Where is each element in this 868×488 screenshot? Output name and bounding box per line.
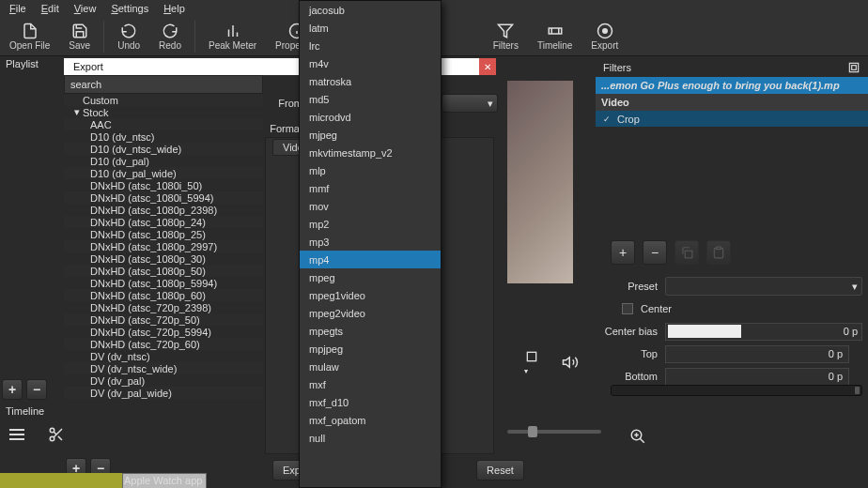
filters-panel: Filters ...emon Go Plus enough to bring … [596,58,868,127]
menu-edit[interactable]: Edit [34,1,67,16]
format-option[interactable]: mpeg [300,268,441,286]
video-preview [507,81,573,283]
preset-item[interactable]: AAC [64,118,263,130]
volume-icon[interactable] [562,354,579,371]
format-option[interactable]: mpeg2video [300,304,441,322]
preset-combo[interactable]: ▾ [665,277,862,296]
centerbias-bar[interactable] [668,325,741,338]
format-option[interactable]: mpjpeg [300,340,441,358]
filter-remove-button[interactable]: − [643,240,667,265]
preset-item[interactable]: DV (dv_ntsc) [64,350,263,362]
format-option[interactable]: mlp [300,161,441,179]
format-option[interactable]: mxf [300,375,441,393]
format-option[interactable]: mp4 [300,251,441,268]
format-dropdown[interactable]: jacosublatmlrcm4vmatroskamd5microdvdmjpe… [299,0,442,488]
redo-button[interactable]: Redo [149,17,191,56]
preset-item[interactable]: Custom [64,94,263,106]
format-option[interactable]: mulaw [300,358,441,375]
format-option[interactable]: mxf_opatom [300,411,441,429]
preset-item[interactable]: DNxHD (atsc_720p_2398) [64,301,263,313]
format-option[interactable]: mmf [300,179,441,197]
zoom-in-icon[interactable] [629,428,646,445]
preset-item[interactable]: DNxHD (atsc_1080p_60) [64,289,263,301]
peak-meter-button[interactable]: Peak Meter [199,17,266,56]
filter-add-button[interactable]: + [611,240,635,265]
top-field[interactable]: 0 p [665,345,849,363]
preset-item[interactable]: D10 (dv_pal_wide) [64,167,263,179]
preset-item[interactable]: DNxHD (atsc_1080p_50) [64,265,263,277]
playlist-remove-button[interactable]: − [26,379,47,400]
format-option[interactable]: microdvd [300,108,441,126]
menu-help[interactable]: Help [156,1,193,16]
clip[interactable]: Apple Watch app w [122,473,207,488]
export-icon [597,23,613,39]
format-option[interactable]: mkvtimestamp_v2 [300,144,441,161]
preset-item[interactable]: ▾Stock [64,106,263,118]
preset-item[interactable]: DV (dv_pal_wide) [64,387,263,399]
format-option[interactable]: mjpeg [300,126,441,144]
redo-icon [162,23,178,39]
svg-point-4 [50,428,54,433]
format-option[interactable]: md5 [300,90,441,108]
save-button[interactable]: Save [59,17,100,56]
open-file-button[interactable]: Open File [0,17,59,56]
close-icon[interactable]: ✕ [479,58,496,75]
reset-button[interactable]: Reset [476,460,524,480]
filter-source-file[interactable]: ...emon Go Plus enough to bring you back… [596,77,868,94]
menu-file[interactable]: File [2,1,34,16]
filters-button[interactable]: Filters [484,17,528,56]
zoom-slider[interactable] [507,430,601,434]
format-option[interactable]: latm [300,19,441,37]
timeline-button[interactable]: Timeline [528,17,581,56]
preset-item[interactable]: DNxHD (atsc_1080p_5994) [64,277,263,289]
preset-tree[interactable]: Custom▾StockAACD10 (dv_ntsc)D10 (dv_ntsc… [64,94,263,462]
bottom-field[interactable]: 0 p [665,368,849,386]
preset-item[interactable]: DNxHD (atsc_1080p_25) [64,228,263,240]
format-option[interactable]: null [300,429,441,447]
scissors-icon[interactable] [43,424,70,445]
preset-item[interactable]: D10 (dv_ntsc_wide) [64,143,263,155]
center-checkbox[interactable] [622,303,633,314]
preset-item[interactable]: D10 (dv_ntsc) [64,130,263,143]
search-input[interactable]: search [64,75,263,94]
format-option[interactable]: lrc [300,37,441,54]
preset-item[interactable]: DNxHD (atsc_1080p_2997) [64,240,263,252]
playlist-add-button[interactable]: + [2,379,23,400]
format-option[interactable]: matroska [300,72,441,90]
preset-item[interactable]: D10 (dv_pal) [64,155,263,167]
undo-icon [120,23,137,39]
format-option[interactable]: m4v [300,54,441,72]
from-combo[interactable]: ▾ [442,94,498,113]
fit-icon[interactable]: ▾ [524,349,539,375]
scrollbar-horizontal[interactable] [611,385,862,396]
export-button[interactable]: Export [581,17,628,56]
meter-icon [225,23,241,39]
format-option[interactable]: mp3 [300,233,441,251]
preset-item[interactable]: DNxHD (atsc_720p_60) [64,338,263,350]
filter-copy-button[interactable] [674,240,699,265]
preset-item[interactable]: DNxHD (atsc_1080p_24) [64,216,263,228]
chevron-down-icon: ▾ [852,281,858,293]
preset-item[interactable]: DNxHD (atsc_1080p_2398) [64,204,263,216]
menu-view[interactable]: View [67,1,104,16]
format-option[interactable]: jacosub [300,1,441,19]
hamburger-icon[interactable] [4,424,30,445]
filter-paste-button[interactable] [706,240,731,265]
format-option[interactable]: mpeg1video [300,286,441,304]
track-header[interactable]: V1 [0,473,122,488]
preset-item[interactable]: DV (dv_pal) [64,374,263,387]
preset-item[interactable]: DNxHD (atsc_720p_50) [64,313,263,326]
preset-item[interactable]: DV (dv_ntsc_wide) [64,362,263,374]
format-option[interactable]: mp2 [300,215,441,233]
format-option[interactable]: mpegts [300,322,441,340]
undock-icon[interactable] [847,61,860,74]
preset-item[interactable]: DNxHD (atsc_1080i_5994) [64,191,263,204]
undo-button[interactable]: Undo [108,17,149,56]
preset-item[interactable]: DNxHD (atsc_720p_5994) [64,326,263,338]
preset-item[interactable]: DNxHD (atsc_1080i_50) [64,179,263,191]
format-option[interactable]: mov [300,197,441,215]
format-option[interactable]: mxf_d10 [300,393,441,411]
menu-settings[interactable]: Settings [103,1,156,16]
filter-item-crop[interactable]: ✓ Crop [596,111,868,127]
preset-item[interactable]: DNxHD (atsc_1080p_30) [64,252,263,265]
